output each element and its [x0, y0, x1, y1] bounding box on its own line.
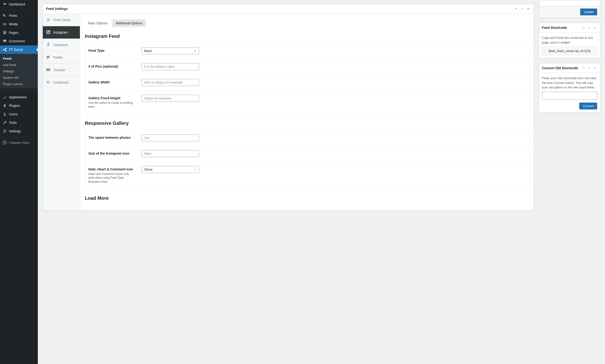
collapse-menu[interactable]: Collapse menu — [0, 138, 38, 147]
shortcode-code[interactable]: [feed_them_social cpt_id=313] — [542, 47, 597, 55]
menu-appearance[interactable]: Appearance — [0, 93, 38, 101]
tab-additional-options[interactable]: Additional Options — [112, 19, 146, 27]
select-feed-type[interactable]: Basic — [142, 47, 199, 54]
nav-label: Youtube — [53, 68, 65, 72]
convert-desc: Paste your Old shortcode here and click … — [542, 76, 597, 90]
menu-label: Dashboard — [9, 2, 25, 6]
nav-label: Combined — [53, 81, 68, 84]
menu-posts[interactable]: Posts — [0, 11, 38, 20]
panel-up-icon[interactable] — [514, 6, 518, 11]
select-value: Basic — [144, 49, 152, 53]
menu-pages[interactable]: Pages — [0, 28, 38, 37]
nav-instagram[interactable]: Instagram — [43, 26, 80, 39]
svg-point-12 — [4, 130, 5, 131]
label-dhc: Date, Heart & Comment iconHeart and Comm… — [88, 166, 142, 184]
convert-button[interactable]: Convert — [579, 103, 597, 109]
combined-icon — [46, 80, 51, 85]
svg-point-13 — [5, 131, 6, 132]
svg-point-19 — [49, 31, 50, 31]
nav-twitter[interactable]: Twitter — [43, 51, 80, 64]
menu-label: Plugins — [9, 104, 20, 107]
nav-label: Instagram — [53, 30, 68, 34]
submenu-settings[interactable]: Settings — [0, 68, 38, 75]
label-space: The space between photos — [88, 134, 142, 140]
instagram-icon — [46, 30, 51, 35]
submenu-system-info[interactable]: System Info — [0, 75, 38, 81]
tab-main-options[interactable]: Main Options — [85, 19, 111, 27]
admin-sidebar: Dashboard Posts Media Pages Comments FT … — [0, 0, 38, 364]
menu-comments[interactable]: Comments — [0, 37, 38, 45]
menu-label: Appearance — [9, 95, 27, 99]
svg-point-7 — [5, 50, 6, 51]
label-gallery-height: Gallery Fixed HeightUse this option to c… — [88, 95, 142, 109]
update-button[interactable]: Update — [580, 9, 597, 15]
input-space[interactable] — [142, 134, 199, 141]
feed-settings-panel: Feed Settings Feed Setup Instagram Faceb… — [42, 4, 534, 211]
menu-settings[interactable]: Settings — [0, 127, 38, 135]
nav-feed-setup[interactable]: Feed Setup — [43, 14, 80, 26]
box-down-icon[interactable] — [587, 66, 592, 70]
nav-label: Twitter — [53, 55, 63, 59]
menu-tools[interactable]: Tools — [0, 118, 38, 127]
input-gallery-height[interactable] — [142, 95, 199, 102]
menu-label: Settings — [9, 129, 21, 133]
nav-facebook[interactable]: Facebook — [43, 39, 80, 51]
svg-point-15 — [3, 141, 6, 144]
facebook-icon — [46, 42, 51, 47]
settings-content: Main Options Additional Options Instagra… — [80, 14, 534, 210]
label-icon-size: Size of the Instagram Icon — [88, 150, 142, 155]
input-icon-size[interactable] — [142, 150, 199, 157]
box-down-icon[interactable] — [587, 25, 592, 30]
label-feed-type: Feed Type — [88, 47, 142, 52]
twitter-icon — [46, 55, 51, 60]
svg-point-14 — [4, 132, 5, 133]
svg-point-6 — [5, 48, 6, 49]
menu-label: Users — [9, 112, 18, 116]
box-up-icon[interactable] — [581, 25, 586, 30]
input-pics[interactable] — [142, 63, 199, 70]
menu-media[interactable]: Media — [0, 20, 38, 28]
hint-dhc: Heart and Comment counts only work when … — [88, 172, 133, 184]
chevron-down-icon — [193, 168, 196, 171]
submenu-plugin-license[interactable]: Plugin License — [0, 81, 38, 87]
nav-combined[interactable]: Combined — [43, 76, 80, 89]
label-pics: # of Pics (optional) — [88, 63, 142, 68]
chevron-down-icon — [193, 49, 196, 52]
submenu-feeds[interactable]: Feeds — [0, 55, 38, 62]
menu-dashboard[interactable]: Dashboard — [0, 0, 38, 9]
label-gallery-width: Gallery Width — [88, 79, 142, 84]
menu-plugins[interactable]: Plugins — [0, 101, 38, 110]
select-value: Show — [144, 168, 153, 171]
panel-down-icon[interactable] — [520, 6, 524, 11]
hint-gallery-height: Use this option to create a scrolling fe… — [88, 101, 133, 109]
publish-box: Update — [539, 0, 600, 18]
convert-input[interactable] — [542, 92, 597, 100]
panel-header: Feed Settings — [43, 4, 534, 14]
menu-label: Media — [9, 22, 18, 26]
input-gallery-width[interactable] — [142, 79, 199, 86]
nav-youtube[interactable]: Youtube — [43, 64, 80, 76]
submenu: Feeds Add Feed Settings System Info Plug… — [0, 54, 38, 89]
box-title: Convert Old Shortcode — [542, 66, 578, 70]
box-title: Feed Shortcode — [542, 26, 567, 29]
menu-users[interactable]: Users — [0, 110, 38, 118]
shortcode-desc: Copy and Paste this shortcode to any pag… — [542, 36, 597, 45]
menu-label: Pages — [9, 31, 18, 35]
box-toggle-icon[interactable] — [592, 66, 597, 70]
menu-label: Posts — [9, 14, 17, 17]
feed-shortcode-box: Feed Shortcode Copy and Paste this short… — [539, 23, 600, 58]
svg-rect-4 — [4, 32, 6, 34]
box-up-icon[interactable] — [581, 66, 586, 70]
box-toggle-icon[interactable] — [592, 25, 597, 30]
select-dhc[interactable]: Show — [142, 166, 199, 173]
submenu-add-feed[interactable]: Add Feed — [0, 62, 38, 68]
section-responsive-gallery: Responsive Gallery — [85, 120, 529, 126]
menu-ft-social[interactable]: FT Social — [0, 45, 38, 54]
panel-toggle-icon[interactable] — [526, 6, 530, 11]
menu-label: Tools — [9, 121, 17, 125]
section-instagram-feed: Instagram Feed — [85, 34, 529, 39]
panel-title: Feed Settings — [46, 7, 68, 11]
svg-point-2 — [3, 23, 5, 25]
youtube-icon — [46, 68, 51, 72]
svg-point-16 — [48, 19, 49, 20]
